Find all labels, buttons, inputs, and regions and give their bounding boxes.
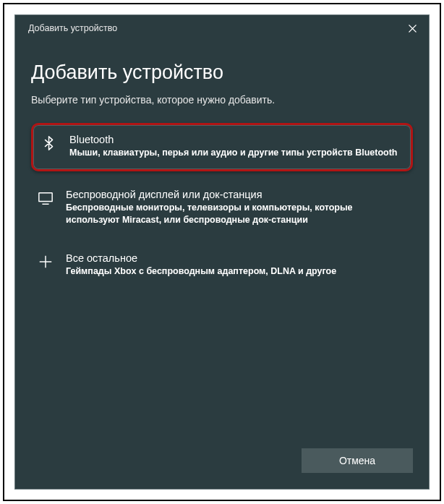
option-bluetooth[interactable]: Bluetooth Мыши, клавиатуры, перья или ау… [31,123,413,171]
option-text: Bluetooth Мыши, клавиатуры, перья или ау… [69,134,404,159]
svg-rect-2 [39,193,52,202]
option-title: Беспроводной дисплей или док-станция [66,189,406,200]
device-type-list: Bluetooth Мыши, клавиатуры, перья или ау… [31,123,413,286]
page-title: Добавить устройство [31,61,413,84]
bluetooth-icon [40,134,58,151]
dialog-footer: Отмена [302,448,413,473]
option-desc: Мыши, клавиатуры, перья или аудио и друг… [69,147,404,159]
add-device-dialog: Добавить устройство Добавить устройство … [14,14,430,490]
close-icon [409,25,417,33]
close-button[interactable] [396,15,429,41]
option-title: Bluetooth [69,134,404,145]
option-text: Беспроводной дисплей или док-станция Бес… [66,189,406,226]
display-icon [37,189,54,206]
cancel-button[interactable]: Отмена [302,448,413,473]
titlebar: Добавить устройство [15,15,429,41]
option-title: Все остальное [66,252,406,264]
titlebar-title: Добавить устройство [28,23,117,33]
page-subtitle: Выберите тип устройства, которое нужно д… [31,94,413,106]
option-everything-else[interactable]: Все остальное Геймпады Xbox с беспроводн… [31,245,413,286]
dialog-content: Добавить устройство Выберите тип устройс… [15,41,429,286]
plus-icon [37,252,54,270]
option-desc: Геймпады Xbox с беспроводным адаптером, … [66,265,406,278]
option-wireless-display[interactable]: Беспроводной дисплей или док-станция Бес… [31,181,413,235]
option-desc: Беспроводные мониторы, телевизоры и комп… [66,202,406,226]
option-text: Все остальное Геймпады Xbox с беспроводн… [66,252,406,278]
